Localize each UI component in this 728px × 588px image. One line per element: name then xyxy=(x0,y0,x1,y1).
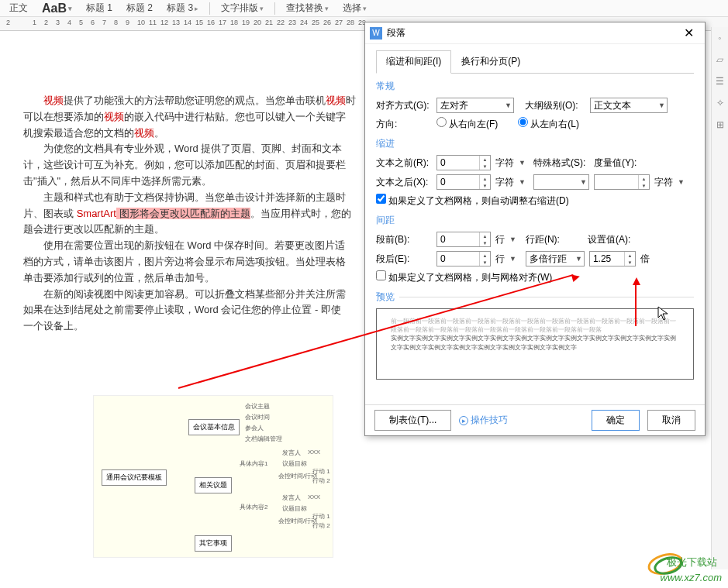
sidebar-icon[interactable]: ✧ xyxy=(712,92,728,114)
after-para-spinner[interactable]: 0▲▼ xyxy=(436,251,491,266)
tabstops-button[interactable]: 制表位(T)... xyxy=(374,410,451,431)
setval-spinner[interactable]: 1.25▲▼ xyxy=(589,251,636,266)
auto-indent-checkbox[interactable]: 如果定义了文档网格，则自动调整右缩进(D) xyxy=(376,194,569,208)
outline-combo[interactable]: 正文文本▼ xyxy=(590,98,668,113)
direction-ltr-radio[interactable]: 从左向右(L) xyxy=(518,117,579,131)
style-h2[interactable]: 标题 2 xyxy=(120,0,159,16)
alignment-combo[interactable]: 左对齐▼ xyxy=(436,98,514,113)
setval-label: 设置值(A): xyxy=(588,233,634,246)
section-preview: 预览 xyxy=(376,291,694,304)
section-indent: 缩进 xyxy=(376,137,694,150)
dialog-title: 段落 xyxy=(387,26,405,40)
typography-menu[interactable]: 文字排版▾ xyxy=(215,0,270,16)
app-icon: W xyxy=(370,27,382,40)
before-text-label: 文本之前(R): xyxy=(376,156,432,170)
dialog-tabs: 缩进和间距(I) 换行和分页(P) xyxy=(376,50,694,74)
sidebar-icon[interactable]: ◦ xyxy=(712,27,728,49)
after-para-label: 段后(E): xyxy=(376,253,432,266)
linespacing-combo[interactable]: 多倍行距▼ xyxy=(526,251,585,266)
before-text-spinner[interactable]: 0▲▼ xyxy=(436,155,491,170)
ok-button[interactable]: 确定 xyxy=(592,410,640,431)
close-icon[interactable]: ✕ xyxy=(678,24,700,42)
arrow-head-2 xyxy=(633,277,640,285)
style-aab[interactable]: AaB▾ xyxy=(36,0,78,17)
play-icon: ▸ xyxy=(459,416,468,425)
metric-spinner[interactable]: ▲▼ xyxy=(594,174,650,190)
alignment-label: 对齐方式(G): xyxy=(376,99,432,112)
before-para-label: 段前(B): xyxy=(376,233,432,246)
dialog-footer: 制表位(T)... ▸操作技巧 确定 取消 xyxy=(365,404,705,435)
snap-grid-checkbox[interactable]: 如果定义了文档网格，则与网格对齐(W) xyxy=(376,270,552,284)
select-menu[interactable]: 选择▾ xyxy=(336,0,373,16)
linespacing-label: 行距(N): xyxy=(526,233,569,246)
style-toolbar: 正文 AaB▾ 标题 1 标题 2 标题 3▸ 文字排版▾ 查找替换▾ 选择▾ xyxy=(0,0,728,17)
dialog-titlebar[interactable]: W 段落 ✕ xyxy=(365,22,705,44)
right-sidebar: ◦ ▱ ☰ ✧ ⊞ xyxy=(711,27,728,569)
cursor-icon xyxy=(657,306,670,325)
metric-label: 度量值(Y): xyxy=(594,156,640,170)
tab-line-page-breaks[interactable]: 换行和分页(P) xyxy=(451,50,530,73)
tips-link[interactable]: ▸操作技巧 xyxy=(459,414,508,427)
style-h1[interactable]: 标题 1 xyxy=(80,0,119,16)
before-para-spinner[interactable]: 0▲▼ xyxy=(436,232,491,247)
sidebar-icon[interactable]: ▱ xyxy=(712,49,728,70)
cancel-button[interactable]: 取消 xyxy=(647,410,695,431)
style-normal[interactable]: 正文 xyxy=(3,0,34,16)
outline-label: 大纲级别(O): xyxy=(525,99,585,112)
preview-box: 前一段落前一段落前一段落前一段落前一段落前一段落前一段落前一段落前一段落前一段落… xyxy=(376,308,694,380)
sidebar-icon[interactable]: ☰ xyxy=(712,70,728,92)
mindmap-image[interactable]: 通用会议纪要模板 会议基本信息 会议主题 会议时间 参会人 文档编辑管理 相关议… xyxy=(93,395,333,558)
special-combo[interactable]: ▼ xyxy=(533,174,589,190)
paragraph-dialog: W 段落 ✕ 缩进和间距(I) 换行和分页(P) 常规 对齐方式(G): 左对齐… xyxy=(364,22,706,436)
sidebar-icon[interactable]: ⊞ xyxy=(712,114,728,136)
direction-label: 方向: xyxy=(376,118,432,131)
annotation-arrow-2 xyxy=(635,280,637,326)
watermark-site: 极光下载站 xyxy=(667,555,717,569)
after-text-spinner[interactable]: 0▲▼ xyxy=(436,174,491,190)
style-h3[interactable]: 标题 3▸ xyxy=(160,0,205,16)
after-text-label: 文本之后(X): xyxy=(376,176,432,189)
section-spacing: 间距 xyxy=(376,214,694,227)
section-general: 常规 xyxy=(376,80,694,93)
special-label: 特殊格式(S): xyxy=(533,156,589,170)
find-replace-menu[interactable]: 查找替换▾ xyxy=(280,0,335,16)
direction-rtl-radio[interactable]: 从右向左(F) xyxy=(436,117,498,131)
tab-indent-spacing[interactable]: 缩进和间距(I) xyxy=(376,50,451,74)
watermark-url: www.xz7.com xyxy=(661,572,722,583)
